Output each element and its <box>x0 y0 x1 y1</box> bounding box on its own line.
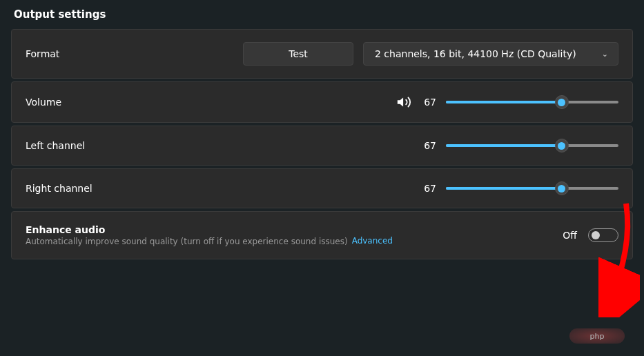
left-channel-value: 67 <box>421 140 436 151</box>
test-button[interactable]: Test <box>243 42 353 66</box>
right-channel-slider[interactable] <box>446 181 618 195</box>
volume-slider[interactable] <box>446 95 618 109</box>
format-dropdown-value: 2 channels, 16 bit, 44100 Hz (CD Quality… <box>375 48 576 59</box>
svg-marker-0 <box>398 98 403 107</box>
advanced-link[interactable]: Advanced <box>352 236 393 246</box>
volume-row: Volume 67 <box>11 81 633 123</box>
enhance-audio-subtitle: Automatically improve sound quality (tur… <box>26 237 348 246</box>
left-channel-slider[interactable] <box>446 139 618 152</box>
enhance-audio-title: Enhance audio <box>26 224 393 235</box>
format-label: Format <box>26 48 59 59</box>
right-channel-row: Right channel 67 <box>11 168 633 208</box>
right-channel-value: 67 <box>421 183 436 194</box>
enhance-toggle-state: Off <box>563 230 577 241</box>
format-dropdown[interactable]: 2 channels, 16 bit, 44100 Hz (CD Quality… <box>363 42 618 66</box>
left-channel-row: Left channel 67 <box>11 126 633 166</box>
left-channel-label: Left channel <box>26 140 85 151</box>
watermark: php <box>569 328 625 344</box>
speaker-icon <box>396 95 411 110</box>
format-row: Format Test 2 channels, 16 bit, 44100 Hz… <box>11 29 633 79</box>
enhance-toggle[interactable] <box>588 228 618 242</box>
enhance-audio-row: Enhance audio Automatically improve soun… <box>11 211 633 259</box>
right-channel-label: Right channel <box>26 183 92 194</box>
volume-label: Volume <box>26 97 61 108</box>
chevron-down-icon: ⌄ <box>602 50 608 59</box>
volume-value: 67 <box>421 97 436 108</box>
section-title: Output settings <box>11 8 633 21</box>
